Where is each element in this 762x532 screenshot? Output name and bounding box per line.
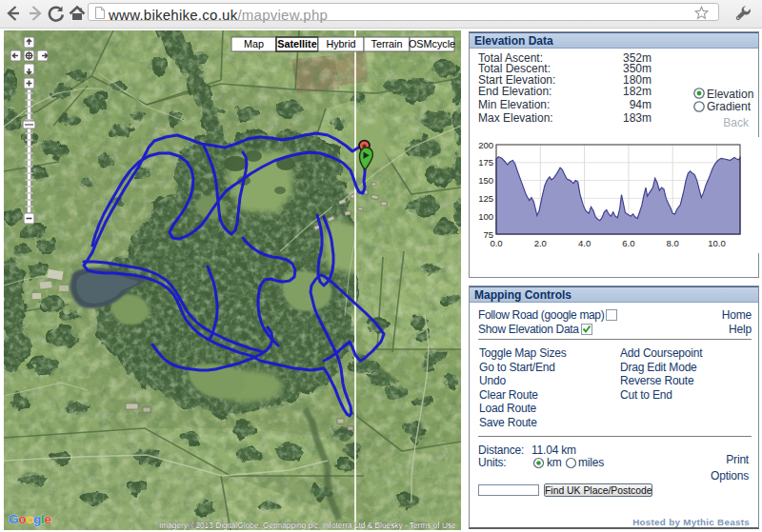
svg-text:Map: Map — [244, 38, 264, 49]
svg-text:200: 200 — [478, 140, 493, 150]
svg-text:125: 125 — [478, 193, 493, 204]
svg-text:6.0: 6.0 — [622, 238, 634, 248]
svg-text:OSMcycle: OSMcycle — [409, 38, 455, 49]
svg-text:100: 100 — [478, 211, 493, 222]
svg-text:Imagery ©2013 DigitalGlobe, Ge: Imagery ©2013 DigitalGlobe, Getmapping p… — [159, 521, 456, 530]
svg-text:4.0: 4.0 — [578, 238, 591, 248]
svg-text:10.0: 10.0 — [708, 238, 726, 248]
svg-text:2.0: 2.0 — [534, 238, 547, 248]
svg-text:Satellite: Satellite — [277, 38, 316, 49]
svg-text:0.0: 0.0 — [490, 238, 502, 248]
svg-text:8.0: 8.0 — [667, 238, 679, 248]
svg-text:Hybrid: Hybrid — [326, 38, 355, 49]
svg-text:G: G — [9, 512, 19, 526]
svg-text:175: 175 — [478, 157, 493, 167]
svg-text:150: 150 — [478, 175, 493, 186]
svg-text:Terrain: Terrain — [371, 38, 402, 49]
svg-text:e: e — [44, 512, 51, 526]
